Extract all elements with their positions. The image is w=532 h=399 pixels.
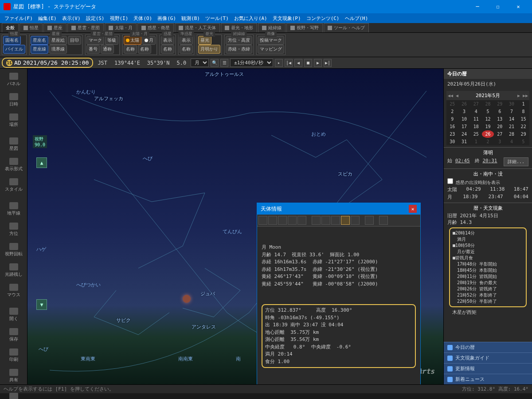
btn-cpic[interactable]: 星座絵 xyxy=(49,36,67,45)
ptb-copy-icon[interactable] xyxy=(351,216,360,225)
btn-postmark[interactable]: 投稿マーク xyxy=(258,36,284,45)
btn-altaz[interactable]: 方位・高度 xyxy=(226,36,252,45)
lbtn-trail[interactable]: 光跡残し xyxy=(2,261,25,280)
menu-image[interactable]: 画像(G) xyxy=(155,15,179,22)
cal-day[interactable]: 11 xyxy=(470,115,482,123)
cal-day[interactable]: 4 xyxy=(470,108,482,115)
btn-propername[interactable]: 固有名 xyxy=(3,36,21,45)
sky-chart[interactable]: 視野90.0 ▲ ▼ アルクトゥールス アルフェッカ スピカ ジュバ サビク ア… xyxy=(27,69,443,384)
menu-help[interactable]: ヘルプ(H) xyxy=(342,15,371,22)
ptb-target-icon[interactable] xyxy=(268,216,277,225)
btn-pname[interactable]: 名称 xyxy=(161,45,174,54)
ptb-gear-icon[interactable] xyxy=(365,216,374,225)
rtab-news[interactable]: 新着ニュース xyxy=(444,374,532,384)
rtab-today[interactable]: 今日の暦 xyxy=(444,342,532,352)
cal-day[interactable]: 20 xyxy=(494,123,506,130)
lbtn-share[interactable]: 共有 xyxy=(2,367,25,385)
ptb-angle-icon[interactable] xyxy=(297,216,306,225)
cal-day[interactable]: 26 xyxy=(482,130,494,138)
cal-day[interactable]: 25 xyxy=(470,130,482,138)
cal-grid[interactable]: 2526272829301234567891011121314151617181… xyxy=(446,100,529,145)
btn-moonname[interactable]: 名称 xyxy=(138,45,151,54)
cal-day[interactable]: 9 xyxy=(446,115,458,123)
cal-day[interactable]: 21 xyxy=(506,123,518,130)
tab-stars[interactable]: 恒星 xyxy=(20,23,43,32)
lbtn-save[interactable]: 保存 xyxy=(2,326,25,344)
menu-phenomena[interactable]: 天文現象(P) xyxy=(270,15,304,22)
step-select[interactable]: ±1分40秒/秒 xyxy=(230,59,273,67)
cal-day[interactable]: 27 xyxy=(494,130,506,138)
btn-sun[interactable]: 太陽 xyxy=(124,36,141,45)
datetime-box[interactable]: 15 AD 2021/05/26 20:25:00 xyxy=(2,58,93,68)
btn-radec[interactable]: 赤経・赤緯 xyxy=(226,45,252,54)
cal-day[interactable]: 2 xyxy=(446,108,458,115)
menu-file[interactable]: ファイル(F) xyxy=(2,15,35,22)
lbtn-panel[interactable]: パネル xyxy=(2,70,25,89)
menu-field[interactable]: 視野(I) xyxy=(107,15,131,22)
moon-object[interactable] xyxy=(183,295,191,303)
btn-cline[interactable]: 星座線 xyxy=(31,45,48,54)
rtab-guide[interactable]: 天文現象ガイド xyxy=(444,352,532,363)
cal-day[interactable]: 6 xyxy=(494,108,506,115)
panel-close-button[interactable]: ✕ xyxy=(409,205,417,213)
cal-day[interactable]: 3 xyxy=(458,108,470,115)
lbtn-location[interactable]: 場所 xyxy=(2,111,25,130)
list-icon[interactable]: ☰ xyxy=(220,59,228,67)
play-back-button[interactable]: ◀ xyxy=(294,59,302,67)
menu-view[interactable]: 表示(V) xyxy=(59,15,83,22)
cal-day[interactable]: 28 xyxy=(506,130,518,138)
cal-day[interactable]: 24 xyxy=(458,130,470,138)
minimize-button[interactable]: ─ xyxy=(467,0,488,13)
lbtn-mouse[interactable]: マウス xyxy=(2,282,25,300)
menu-tools[interactable]: ツール(T) xyxy=(203,15,231,22)
btn-mag[interactable]: 等級 xyxy=(105,36,118,45)
cal-day[interactable]: 1 xyxy=(517,100,529,108)
target-select[interactable]: 月 xyxy=(191,59,209,67)
lbtn-open[interactable]: 開く xyxy=(2,305,25,324)
cal-day[interactable]: 1 xyxy=(470,138,482,145)
cal-day[interactable]: 29 xyxy=(517,130,529,138)
cal-day[interactable]: 28 xyxy=(482,100,494,108)
cal-day[interactable]: 17 xyxy=(458,123,470,130)
btn-dshow[interactable]: 表示 xyxy=(180,36,193,45)
cal-day[interactable]: 12 xyxy=(482,115,494,123)
lbtn-datetime[interactable]: 日時 xyxy=(2,91,25,110)
close-button[interactable]: ✕ xyxy=(508,0,528,13)
search-icon[interactable]: 🔍 xyxy=(211,59,219,67)
lbtn-direction[interactable]: 方位 xyxy=(2,220,25,239)
ptb-image-icon[interactable] xyxy=(341,216,350,225)
btn-cbound[interactable]: 境界線 xyxy=(49,45,67,54)
cal-day[interactable]: 22 xyxy=(517,123,529,130)
timezone[interactable]: JST xyxy=(95,60,110,66)
cal-prev-button[interactable]: ◀◀ ◀ xyxy=(448,93,458,98)
ptb-pencil-icon[interactable] xyxy=(321,216,330,225)
btn-cname[interactable]: 星座名 xyxy=(31,36,48,45)
lbtn-rotate[interactable]: 視野回転 xyxy=(2,241,25,259)
cal-day[interactable]: 27 xyxy=(470,100,482,108)
latitude[interactable]: 35°39'N xyxy=(145,60,172,66)
ptb-flag-icon[interactable] xyxy=(312,216,321,225)
cal-day[interactable]: 7 xyxy=(506,108,518,115)
lbtn-chart[interactable]: 星図 xyxy=(2,135,25,154)
cal-day[interactable]: 30 xyxy=(506,100,518,108)
lbtn-print[interactable]: 印刷 xyxy=(2,346,25,365)
lbtn-style[interactable]: スタイル xyxy=(2,176,25,195)
tab-fov[interactable]: 視野・写野 xyxy=(286,23,323,32)
cal-day[interactable]: 18 xyxy=(470,123,482,130)
menu-fav[interactable]: お気に入り(A) xyxy=(231,15,270,22)
skip-fwd-button[interactable]: ▶| xyxy=(324,59,332,67)
btn-moonlight[interactable]: 月明かり xyxy=(198,45,220,54)
skip-back-button[interactable]: |◀ xyxy=(285,59,293,67)
ptb-window-icon[interactable] xyxy=(331,216,340,225)
cal-day[interactable]: 8 xyxy=(517,108,529,115)
altitude[interactable]: 5.0 xyxy=(174,60,189,66)
step-btn[interactable]: ▸ xyxy=(275,59,283,67)
cal-day[interactable]: 10 xyxy=(458,115,470,123)
cal-next-button[interactable]: ▶ ▶▶ xyxy=(517,93,528,98)
btn-sunname[interactable]: 名称 xyxy=(124,45,137,54)
btn-num[interactable]: 番号 xyxy=(86,45,100,54)
ptb-arrow-icon[interactable] xyxy=(288,216,297,225)
panel-header[interactable]: 天体情報 ✕ xyxy=(257,203,420,215)
ptb-help-icon[interactable] xyxy=(379,216,388,225)
menu-contents[interactable]: コンテンツ(C) xyxy=(304,15,342,22)
